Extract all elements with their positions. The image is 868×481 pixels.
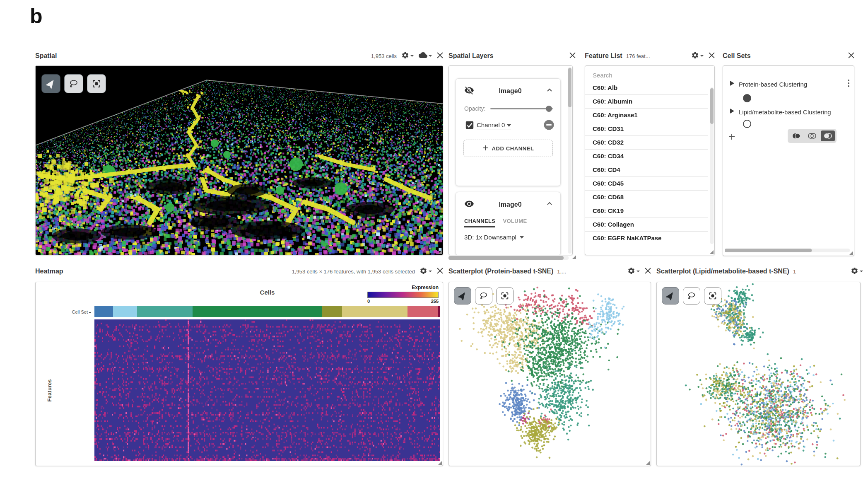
spatial-layers-close-button[interactable] — [569, 52, 576, 60]
add-cell-set-button[interactable] — [728, 133, 735, 142]
gear-icon — [401, 51, 409, 61]
channel-select[interactable]: Channel 0 — [477, 121, 511, 130]
cell-set-group-label[interactable]: Lipid/metabolite-based Clustering — [739, 109, 854, 116]
pointer-tool-button[interactable] — [41, 74, 60, 93]
triangle-right-icon[interactable] — [730, 108, 735, 116]
spatial-close-button[interactable] — [437, 52, 443, 60]
scatter-protein-panel-header: Scatterplot (Protein-based t-SNE) 1,... — [448, 265, 651, 278]
scatter-protein-canvas[interactable] — [449, 282, 651, 466]
set-complement-button[interactable] — [821, 131, 835, 141]
cell-set-track-segment[interactable] — [94, 306, 113, 317]
lasso-tool-button[interactable] — [64, 74, 83, 93]
cell-set-node-filled-circle[interactable] — [743, 94, 751, 102]
tab-channels[interactable]: CHANNELS — [464, 218, 495, 227]
opacity-slider[interactable] — [490, 108, 553, 109]
feature-list-item[interactable]: C60: EGFR NaKATPase — [585, 232, 708, 245]
scatter-lipid-canvas[interactable] — [657, 282, 860, 466]
spatial-volume-canvas[interactable] — [36, 66, 443, 255]
gear-icon — [420, 267, 427, 276]
scatter-protein-close-button[interactable] — [645, 268, 651, 276]
eye-off-icon[interactable] — [464, 85, 474, 97]
cell-set-track-segment[interactable] — [322, 306, 342, 317]
scatter-protein-settings-button[interactable] — [627, 267, 640, 276]
spatial-layers-hscrollbar[interactable] — [448, 256, 569, 260]
pointer-tool-button[interactable] — [454, 287, 471, 305]
resize-handle[interactable] — [646, 461, 650, 465]
feature-list-item[interactable]: C60: Albumin — [585, 95, 708, 109]
pointer-tool-button[interactable] — [662, 287, 679, 305]
cell-set-group-lipid[interactable]: Lipid/metabolite-based Clustering — [730, 108, 850, 116]
feature-list-item[interactable]: C60: CD68 — [585, 191, 708, 204]
feature-list-item[interactable]: C60: Arginase1 — [585, 109, 708, 122]
cell-set-track[interactable] — [94, 306, 440, 317]
center-focus-tool-button[interactable] — [496, 287, 514, 305]
feature-list-item[interactable]: C60: CK19 — [585, 204, 708, 218]
add-channel-button[interactable]: ADD CHANNEL — [463, 140, 553, 157]
remove-channel-button[interactable] — [543, 119, 555, 132]
cell-sets-close-button[interactable] — [848, 52, 854, 60]
spatial-layers-scrollbar[interactable] — [568, 67, 571, 254]
cell-set-node-open-circle[interactable] — [743, 120, 751, 128]
heatmap-body-canvas[interactable] — [94, 319, 440, 461]
cell-sets-title: Cell Sets — [723, 52, 751, 60]
cell-set-track-segment[interactable] — [113, 306, 137, 317]
feature-list-item[interactable]: C60: CD32 — [585, 136, 708, 150]
heatmap-settings-button[interactable] — [420, 267, 432, 276]
center-focus-tool-button[interactable] — [87, 74, 106, 93]
opacity-slider-thumb[interactable] — [546, 106, 552, 112]
scatter-protein-panel[interactable] — [448, 282, 651, 466]
spatial-settings-button[interactable] — [401, 51, 414, 61]
resize-handle[interactable] — [710, 250, 714, 254]
scrollbar-thumb[interactable] — [448, 256, 564, 260]
feature-list-item[interactable]: C60: CD34 — [585, 150, 708, 163]
cell-set-track-segment[interactable] — [438, 306, 440, 317]
cell-set-group-label[interactable]: Protein-based Clustering — [739, 81, 843, 88]
scrollbar-thumb[interactable] — [568, 68, 571, 107]
scatter-lipid-settings-button[interactable] — [851, 267, 863, 276]
set-intersection-button[interactable] — [805, 131, 819, 141]
cell-set-track-segment[interactable] — [342, 306, 407, 317]
feature-list-close-button[interactable] — [709, 52, 715, 60]
dots-vertical-icon[interactable] — [847, 79, 850, 89]
feature-list-item[interactable]: C60: Collagen — [585, 218, 708, 232]
resize-handle[interactable] — [849, 251, 853, 255]
lasso-tool-button[interactable] — [683, 287, 700, 305]
cell-set-track-segment[interactable] — [137, 306, 193, 317]
resolution-select[interactable]: 3D: 1x Downsampl — [464, 233, 552, 243]
scrollbar-thumb[interactable] — [725, 249, 812, 252]
center-focus-tool-button[interactable] — [704, 287, 721, 305]
feature-list-item[interactable]: C60: CD4 — [585, 163, 708, 177]
feature-search-input[interactable] — [585, 66, 696, 81]
scatter-lipid-panel[interactable] — [656, 282, 861, 466]
resize-handle[interactable] — [438, 250, 442, 254]
lasso-tool-button[interactable] — [475, 287, 492, 305]
spatial-view[interactable] — [35, 65, 443, 255]
triangle-right-icon[interactable] — [730, 80, 735, 88]
checkbox-checked-icon[interactable] — [465, 121, 474, 131]
cell-set-track-segment[interactable] — [193, 306, 321, 317]
feature-list-title: Feature List — [585, 52, 622, 60]
heatmap-close-button[interactable] — [437, 268, 443, 276]
cell-sets-hscrollbar[interactable] — [725, 249, 850, 252]
feature-list-item[interactable]: C60: CD31 — [585, 122, 708, 136]
feature-list-item[interactable]: C60: Alb — [585, 81, 708, 95]
resize-handle[interactable] — [438, 461, 442, 465]
scrollbar-thumb[interactable] — [710, 88, 714, 124]
close-icon — [437, 52, 443, 60]
cell-set-group-protein[interactable]: Protein-based Clustering — [730, 79, 850, 89]
feature-list-settings-button[interactable] — [691, 51, 704, 61]
legend-min: 0 — [367, 299, 370, 304]
feature-list-item[interactable]: C60: CD45 — [585, 177, 708, 191]
tab-volume[interactable]: VOLUME — [503, 218, 527, 227]
feature-list-scrollbar[interactable] — [710, 87, 714, 244]
resize-handle[interactable] — [572, 255, 576, 259]
close-icon — [569, 52, 576, 60]
set-union-button[interactable] — [789, 131, 803, 141]
close-icon — [848, 52, 854, 60]
chevron-up-icon[interactable] — [546, 201, 553, 209]
caret-down-icon — [410, 52, 414, 60]
chevron-up-icon[interactable] — [546, 87, 553, 95]
spatial-download-button[interactable] — [419, 51, 432, 60]
cell-set-track-segment[interactable] — [407, 306, 438, 317]
eye-icon[interactable] — [464, 199, 474, 210]
